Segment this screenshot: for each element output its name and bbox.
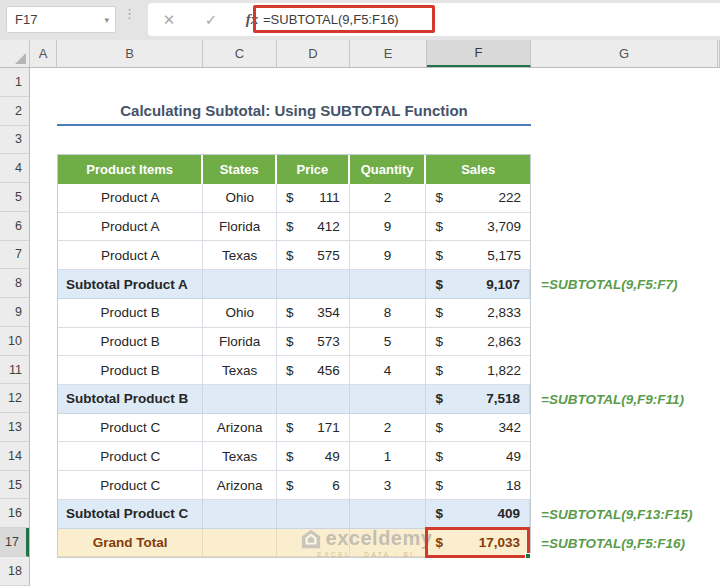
row-header-15[interactable]: 15 — [0, 471, 29, 500]
formula-annotation[interactable]: =SUBTOTAL(9,F5:F7) — [541, 270, 677, 299]
cell-empty[interactable] — [203, 270, 277, 299]
formula-annotation[interactable]: =SUBTOTAL(9,F5:F16) — [541, 529, 685, 558]
cancel-icon[interactable]: ✕ — [148, 11, 190, 29]
row-header-13[interactable]: 13 — [0, 413, 29, 442]
formula-input-area[interactable]: ✕ ✓ fx =SUBTOTAL(9,F5:F16) — [148, 3, 720, 36]
cell-sales[interactable]: $18 — [426, 471, 530, 500]
cell-product[interactable]: Product C — [58, 471, 203, 500]
cell-quantity[interactable]: 4 — [350, 356, 427, 385]
row-header-16[interactable]: 16 — [0, 499, 29, 528]
cell-price[interactable]: $171 — [277, 414, 350, 443]
cell-subtotal-sales[interactable]: $7,518 — [426, 385, 530, 414]
column-header-a[interactable]: A — [30, 40, 57, 67]
cell-sales[interactable]: $1,822 — [426, 356, 530, 385]
cell-price[interactable]: $6 — [277, 471, 350, 500]
row-header-17-selected[interactable]: 17 — [0, 528, 29, 557]
cell-grand-total-sales-active[interactable]: $ 17,033 — [426, 529, 530, 558]
cell-price[interactable]: $575 — [277, 241, 350, 270]
cell-subtotal-label[interactable]: Subtotal Product B — [58, 385, 203, 414]
row-header-11[interactable]: 11 — [0, 356, 29, 385]
cell-state[interactable]: Ohio — [203, 299, 277, 328]
sheet-title[interactable]: Calculating Subtotal: Using SUBTOTAL Fun… — [57, 97, 531, 126]
cell-state[interactable]: Texas — [203, 241, 277, 270]
row-header-4[interactable]: 4 — [0, 154, 29, 183]
cell-price[interactable]: $49 — [277, 442, 350, 471]
cell-grand-total-label[interactable]: Grand Total — [58, 529, 203, 558]
name-box[interactable]: F17 ▾ — [6, 6, 116, 33]
cell-sales[interactable]: $3,709 — [426, 213, 530, 242]
column-header-e[interactable]: E — [350, 40, 427, 67]
cell-quantity[interactable]: 2 — [350, 184, 427, 213]
cell-subtotal-sales[interactable]: $409 — [426, 500, 530, 529]
cell-subtotal-label[interactable]: Subtotal Product A — [58, 270, 203, 299]
cell-empty[interactable] — [277, 385, 350, 414]
cell-state[interactable]: Ohio — [203, 184, 277, 213]
header-product-items[interactable]: Product Items — [58, 155, 203, 184]
cell-empty[interactable] — [350, 500, 427, 529]
cell-product[interactable]: Product B — [58, 299, 203, 328]
header-states[interactable]: States — [203, 155, 277, 184]
cell-price[interactable]: $456 — [277, 356, 350, 385]
cell-quantity[interactable]: 3 — [350, 471, 427, 500]
cell-quantity[interactable]: 9 — [350, 213, 427, 242]
formula-text[interactable]: =SUBTOTAL(9,F5:F16) — [263, 12, 399, 27]
cell-sales[interactable]: $222 — [426, 184, 530, 213]
row-header-9[interactable]: 9 — [0, 298, 29, 327]
column-header-f-selected[interactable]: F — [427, 40, 531, 67]
cell-sales[interactable]: $342 — [426, 414, 530, 443]
header-quantity[interactable]: Quantity — [350, 155, 427, 184]
cell-sales[interactable]: $49 — [426, 442, 530, 471]
formula-annotation[interactable]: =SUBTOTAL(9,F9:F11) — [541, 385, 684, 414]
row-header-7[interactable]: 7 — [0, 241, 29, 270]
row-header-5[interactable]: 5 — [0, 183, 29, 212]
cell-state[interactable]: Arizona — [203, 471, 277, 500]
cell-quantity[interactable]: 8 — [350, 299, 427, 328]
cell-subtotal-label[interactable]: Subtotal Product C — [58, 500, 203, 529]
row-header-1[interactable]: 1 — [0, 68, 29, 97]
cell-price[interactable]: $573 — [277, 328, 350, 357]
column-header-b[interactable]: B — [57, 40, 203, 67]
cell-quantity[interactable]: 1 — [350, 442, 427, 471]
cell-empty[interactable] — [277, 500, 350, 529]
cell-price[interactable]: $354 — [277, 299, 350, 328]
cell-product[interactable]: Product B — [58, 356, 203, 385]
cell-product[interactable]: Product C — [58, 414, 203, 443]
row-header-8[interactable]: 8 — [0, 269, 29, 298]
cell-product[interactable]: Product A — [58, 241, 203, 270]
chevron-down-icon[interactable]: ▾ — [104, 15, 109, 25]
cell-product[interactable]: Product A — [58, 184, 203, 213]
select-all-corner[interactable] — [0, 40, 30, 67]
row-header-3[interactable]: 3 — [0, 126, 29, 155]
cell-price[interactable]: $111 — [277, 184, 350, 213]
header-sales[interactable]: Sales — [426, 155, 530, 184]
cell-sales[interactable]: $5,175 — [426, 241, 530, 270]
cell-empty[interactable] — [277, 529, 350, 558]
row-header-6[interactable]: 6 — [0, 212, 29, 241]
header-price[interactable]: Price — [277, 155, 350, 184]
cell-sales[interactable]: $2,863 — [426, 328, 530, 357]
row-header-12[interactable]: 12 — [0, 384, 29, 413]
cell-quantity[interactable]: 2 — [350, 414, 427, 443]
cell-empty[interactable] — [203, 529, 277, 558]
cell-empty[interactable] — [277, 270, 350, 299]
cell-price[interactable]: $412 — [277, 213, 350, 242]
cell-product[interactable]: Product B — [58, 328, 203, 357]
cell-state[interactable]: Arizona — [203, 414, 277, 443]
cell-empty[interactable] — [350, 270, 427, 299]
cell-empty[interactable] — [350, 385, 427, 414]
column-header-d[interactable]: D — [277, 40, 350, 67]
row-header-18[interactable]: 18 — [0, 557, 29, 586]
cell-quantity[interactable]: 5 — [350, 328, 427, 357]
cell-empty[interactable] — [350, 529, 427, 558]
enter-icon[interactable]: ✓ — [190, 11, 232, 29]
cell-state[interactable]: Florida — [203, 328, 277, 357]
cell-sales[interactable]: $2,833 — [426, 299, 530, 328]
row-header-14[interactable]: 14 — [0, 442, 29, 471]
cell-empty[interactable] — [203, 385, 277, 414]
row-header-10[interactable]: 10 — [0, 327, 29, 356]
cell-empty[interactable] — [203, 500, 277, 529]
cell-product[interactable]: Product C — [58, 442, 203, 471]
row-header-2[interactable]: 2 — [0, 97, 29, 126]
column-header-c[interactable]: C — [203, 40, 277, 67]
cell-subtotal-sales[interactable]: $9,107 — [426, 270, 530, 299]
